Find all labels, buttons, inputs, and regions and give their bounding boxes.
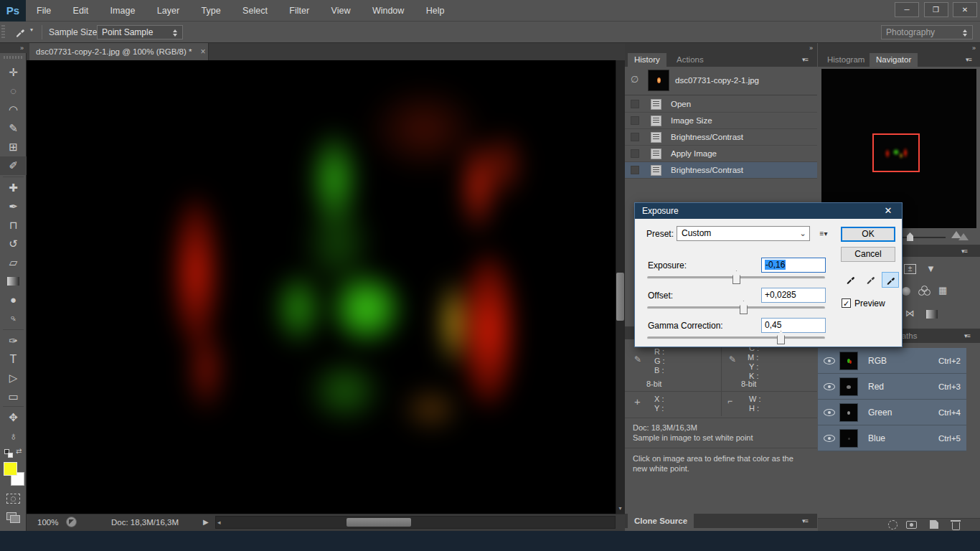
swap-colors-icon[interactable]: ⇄ xyxy=(16,447,22,455)
gamma-slider[interactable] xyxy=(647,331,825,344)
load-selection-icon[interactable] xyxy=(888,520,897,529)
channel-row-red[interactable]: Red Ctrl+3 xyxy=(818,374,966,400)
visibility-eye-icon[interactable] xyxy=(824,435,835,442)
lasso-tool[interactable]: ◠ xyxy=(0,100,27,119)
history-source-checkbox[interactable] xyxy=(631,166,639,174)
right-column-collapse[interactable]: » xyxy=(818,43,980,53)
history-source-checkbox[interactable] xyxy=(631,116,639,125)
adjustments-panel-menu-icon[interactable]: ▾≡ xyxy=(961,248,967,255)
horizontal-scrollbar-thumb[interactable] xyxy=(347,518,411,527)
document-tab[interactable]: dsc07731-copy-2-1.jpg @ 100% (RGB/8) * xyxy=(29,43,209,60)
history-source-checkbox[interactable] xyxy=(631,149,639,158)
horizontal-scrollbar[interactable] xyxy=(215,516,616,529)
middle-column-collapse[interactable]: » xyxy=(625,43,817,53)
snapshot-brush-icon[interactable]: ∅ xyxy=(631,74,639,85)
slider-thumb[interactable] xyxy=(740,301,748,314)
menu-layer[interactable]: Layer xyxy=(148,0,189,22)
channel-row-rgb[interactable]: RGB Ctrl+2 xyxy=(818,348,966,374)
adjustment-vibrance-icon[interactable] xyxy=(902,287,910,296)
navigator-panel-menu-icon[interactable]: ▾≡ xyxy=(966,56,971,63)
eraser-tool[interactable]: ▱ xyxy=(0,253,27,272)
toolbar-grip[interactable] xyxy=(4,56,23,59)
tab-histogram[interactable]: Histogram xyxy=(821,53,871,67)
save-selection-icon[interactable] xyxy=(906,521,917,529)
status-play-icon[interactable]: ▶ xyxy=(203,514,209,531)
adjustment-brightness-contrast-icon[interactable]: ± xyxy=(904,264,916,274)
menu-type[interactable]: Type xyxy=(192,0,230,22)
restore-button[interactable]: ❐ xyxy=(924,2,948,17)
crop-tool[interactable]: ⊞ xyxy=(0,138,27,156)
quick-mask-icon[interactable] xyxy=(6,494,20,504)
eyedropper-tool[interactable]: ✐ xyxy=(0,156,27,175)
adjustment-invert-icon[interactable]: ⋈ xyxy=(905,308,915,319)
snapshot-thumbnail[interactable] xyxy=(648,70,669,91)
menu-window[interactable]: Window xyxy=(363,0,413,22)
channels-panel-menu-icon[interactable]: ▾≡ xyxy=(964,332,970,339)
history-item-open[interactable]: Open xyxy=(625,96,817,113)
close-button[interactable]: ✕ xyxy=(953,2,977,17)
menu-file[interactable]: File xyxy=(27,0,60,22)
foreground-color-swatch[interactable] xyxy=(4,462,17,476)
gradient-tool[interactable] xyxy=(7,277,19,286)
adjustment-curves-icon[interactable]: ▼ xyxy=(926,263,936,274)
preset-combobox[interactable]: Custom xyxy=(677,226,810,241)
history-brush-tool[interactable]: ↺ xyxy=(0,235,27,253)
toolbar-collapse[interactable]: » xyxy=(0,43,27,53)
menu-filter[interactable]: Filter xyxy=(280,0,319,22)
move-tool[interactable]: ✛ xyxy=(0,63,27,82)
offset-slider[interactable] xyxy=(647,301,825,314)
adjustment-color-balance-icon[interactable] xyxy=(918,286,931,297)
pen-tool[interactable]: ✑ xyxy=(0,331,27,350)
minimize-button[interactable]: ─ xyxy=(895,2,919,17)
workspace-dropdown[interactable]: Photography xyxy=(881,25,973,39)
adjustment-channel-mixer-icon[interactable]: ▦ xyxy=(938,285,947,296)
menu-image[interactable]: Image xyxy=(101,0,145,22)
snapshot-label[interactable]: dsc07731-copy-2-1.jpg xyxy=(675,76,759,85)
slider-track[interactable] xyxy=(647,336,825,339)
white-point-dropper-icon[interactable] xyxy=(882,272,899,288)
slider-thumb[interactable] xyxy=(777,331,785,344)
slider-thumb[interactable] xyxy=(732,270,740,284)
menu-view[interactable]: View xyxy=(322,0,360,22)
menu-edit[interactable]: Edit xyxy=(64,0,98,22)
delete-channel-trash-icon[interactable] xyxy=(952,522,960,530)
navigator-view-rectangle[interactable] xyxy=(872,133,920,172)
menu-select[interactable]: Select xyxy=(233,0,277,22)
tab-navigator[interactable]: Navigator xyxy=(870,53,918,67)
adjustment-gradient-map-icon[interactable] xyxy=(926,310,938,319)
eyedropper-tool-icon[interactable] xyxy=(14,26,26,39)
document-tab-close-icon[interactable]: × xyxy=(198,43,208,60)
zoom-in-mountain-icon[interactable] xyxy=(958,233,969,240)
history-item-brightness-contrast-selected[interactable]: Brightness/Contrast xyxy=(625,162,817,179)
history-source-checkbox[interactable] xyxy=(631,100,639,108)
history-item-apply-image[interactable]: Apply Image xyxy=(625,146,817,162)
path-selection-tool[interactable]: ▷ xyxy=(0,369,27,387)
history-panel-menu-icon[interactable]: ▾≡ xyxy=(802,56,808,63)
scroll-left-arrow-icon[interactable]: ◂ xyxy=(217,516,225,529)
tab-actions[interactable]: Actions xyxy=(670,53,710,67)
default-colors-icon[interactable] xyxy=(8,453,13,458)
visibility-eye-icon[interactable] xyxy=(824,383,835,390)
zoom-tool[interactable]: ♁ xyxy=(0,427,27,446)
visibility-eye-icon[interactable] xyxy=(824,409,835,416)
tab-history[interactable]: History xyxy=(628,53,666,67)
preset-menu-icon[interactable]: ≡▾ xyxy=(816,227,831,240)
status-doc-size[interactable]: Doc: 18,3M/16,3M xyxy=(111,514,179,531)
tab-clone-source[interactable]: Clone Source xyxy=(628,514,694,528)
exposure-slider[interactable] xyxy=(647,270,825,284)
clone-stamp-tool[interactable]: ⊓ xyxy=(0,216,27,235)
dialog-title-bar[interactable]: Exposure xyxy=(635,203,902,219)
menu-help[interactable]: Help xyxy=(417,0,454,22)
canvas[interactable] xyxy=(27,60,616,514)
scroll-down-arrow-icon[interactable]: ▾ xyxy=(616,504,625,514)
combo-chevron-icon[interactable]: ⌄ xyxy=(796,226,810,241)
ok-button[interactable]: OK xyxy=(841,227,895,242)
cancel-button[interactable]: Cancel xyxy=(841,247,895,262)
gray-point-dropper-icon[interactable] xyxy=(862,272,879,288)
clone-source-menu-icon[interactable]: ▾≡ xyxy=(802,517,808,524)
visibility-eye-icon[interactable] xyxy=(824,357,835,364)
slider-track[interactable] xyxy=(647,306,825,309)
history-source-checkbox[interactable] xyxy=(631,133,639,141)
preview-checkbox[interactable]: ✓ xyxy=(842,298,851,308)
screen-mode-icon[interactable] xyxy=(6,512,17,520)
